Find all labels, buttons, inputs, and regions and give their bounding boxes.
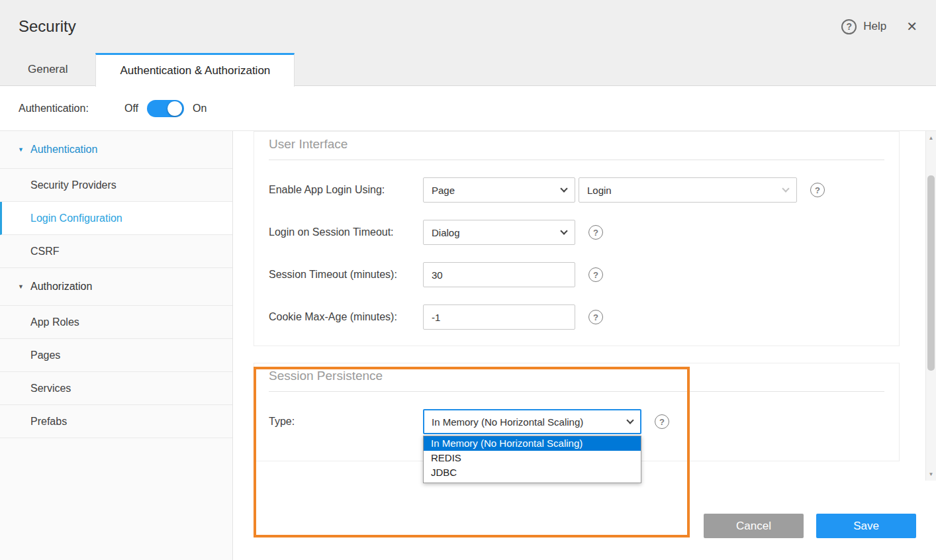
sidebar-group-authorization[interactable]: ▼ Authorization <box>0 268 232 306</box>
sidebar-item-security-providers[interactable]: Security Providers <box>0 169 232 202</box>
help-icon[interactable]: ? <box>588 267 603 282</box>
dialog-header: Security ? Help ✕ <box>0 0 936 53</box>
form-row-login-on-timeout: Login on Session Timeout: Dialog ? <box>269 220 884 245</box>
scrollable-content: User Interface Enable App Login Using: P… <box>233 131 936 481</box>
chevron-down-icon <box>626 416 633 424</box>
sidebar-group-authentication[interactable]: ▼ Authentication <box>0 131 232 169</box>
sidebar-item-label: Pages <box>30 350 60 361</box>
field-label: Enable App Login Using: <box>269 184 423 196</box>
sidebar-item-label: Prefabs <box>30 416 67 428</box>
chevron-down-icon <box>782 185 789 192</box>
sidebar-item-label: App Roles <box>30 316 79 328</box>
toggle-off-label: Off <box>124 103 138 115</box>
sidebar-item-label: CSRF <box>30 246 60 257</box>
form-row-session-timeout: Session Timeout (minutes): ? <box>269 262 884 287</box>
dialog-footer: Cancel Save <box>233 481 936 560</box>
scroll-down-icon[interactable]: ▼ <box>926 469 936 479</box>
authentication-toggle[interactable] <box>147 100 184 117</box>
scroll-up-icon[interactable]: ▲ <box>926 132 936 143</box>
authentication-toggle-row: Authentication: Off On <box>0 86 936 131</box>
caret-down-icon: ▼ <box>18 146 24 153</box>
tab-authentication-authorization[interactable]: Authentication & Authorization <box>95 53 295 87</box>
field-label: Login on Session Timeout: <box>269 226 423 238</box>
scrollbar-thumb[interactable] <box>927 175 935 371</box>
select-value: Page <box>432 185 455 196</box>
help-button[interactable]: Help <box>863 20 886 33</box>
sidebar-item-app-roles[interactable]: App Roles <box>0 306 232 339</box>
authentication-label: Authentication: <box>19 103 124 115</box>
field-label: Cookie Max-Age (minutes): <box>269 311 423 323</box>
session-persistence-section: Session Persistence Type: In Memory (No … <box>254 363 900 461</box>
field-label: Type: <box>269 416 423 428</box>
section-title-user-interface: User Interface <box>269 132 884 160</box>
help-icon[interactable]: ? <box>841 19 857 34</box>
dropdown-option-jdbc[interactable]: JDBC <box>424 465 641 480</box>
tab-general[interactable]: General <box>0 53 95 86</box>
help-icon[interactable]: ? <box>810 183 825 197</box>
main-area: ▼ Authentication Security Providers Logi… <box>0 131 936 560</box>
user-interface-form: Enable App Login Using: Page Login ? Log… <box>269 177 884 330</box>
sidebar-group-label: Authentication <box>30 144 97 156</box>
form-row-cookie-max-age: Cookie Max-Age (minutes): ? <box>269 304 884 330</box>
session-persistence-type-select[interactable]: In Memory (No Horizontal Scaling) <box>423 409 641 434</box>
help-icon[interactable]: ? <box>588 310 603 324</box>
close-icon[interactable]: ✕ <box>906 20 917 33</box>
user-interface-section: User Interface Enable App Login Using: P… <box>254 131 900 346</box>
form-row-type: Type: In Memory (No Horizontal Scaling) … <box>269 409 884 434</box>
toggle-knob-icon <box>167 101 182 116</box>
sidebar-item-label: Login Configuration <box>30 212 122 224</box>
session-persistence-form: Type: In Memory (No Horizontal Scaling) … <box>269 409 884 434</box>
sidebar-item-services[interactable]: Services <box>0 372 232 405</box>
toggle-on-label: On <box>193 103 207 115</box>
caret-down-icon: ▼ <box>18 283 24 290</box>
sidebar-item-prefabs[interactable]: Prefabs <box>0 405 232 438</box>
cookie-max-age-input[interactable] <box>423 304 575 330</box>
sidebar-item-label: Security Providers <box>30 179 117 191</box>
sidebar-item-csrf[interactable]: CSRF <box>0 235 232 268</box>
type-select-dropdown: In Memory (No Horizontal Scaling) REDIS … <box>423 436 641 483</box>
dropdown-option-redis[interactable]: REDIS <box>424 451 641 465</box>
content-area: User Interface Enable App Login Using: P… <box>233 131 936 560</box>
form-row-enable-app-login: Enable App Login Using: Page Login ? <box>269 177 884 203</box>
session-timeout-input[interactable] <box>423 262 575 287</box>
enable-app-login-select[interactable]: Page <box>423 177 575 203</box>
field-label: Session Timeout (minutes): <box>269 269 423 281</box>
tab-bar: General Authentication & Authorization <box>0 53 936 86</box>
select-value: Login <box>587 185 612 196</box>
select-value: In Memory (No Horizontal Scaling) <box>432 416 583 428</box>
sidebar-item-pages[interactable]: Pages <box>0 339 232 372</box>
save-button[interactable]: Save <box>816 514 916 538</box>
sidebar: ▼ Authentication Security Providers Logi… <box>0 131 233 560</box>
login-page-select[interactable]: Login <box>579 177 797 203</box>
sidebar-group-label: Authorization <box>30 281 92 293</box>
login-on-timeout-select[interactable]: Dialog <box>423 220 575 245</box>
select-value: Dialog <box>432 227 460 238</box>
page-title: Security <box>19 17 76 36</box>
help-icon[interactable]: ? <box>655 414 669 429</box>
section-title-session-persistence: Session Persistence <box>269 363 884 392</box>
header-actions: ? Help ✕ <box>841 19 917 34</box>
sidebar-item-label: Services <box>30 383 71 395</box>
type-select-wrapper: In Memory (No Horizontal Scaling) In Mem… <box>423 409 641 434</box>
help-icon[interactable]: ? <box>588 225 603 240</box>
cancel-button[interactable]: Cancel <box>704 514 804 538</box>
chevron-down-icon <box>560 227 567 234</box>
sidebar-item-login-configuration[interactable]: Login Configuration <box>0 202 232 235</box>
chevron-down-icon <box>560 185 567 192</box>
vertical-scrollbar[interactable]: ▲ ▼ <box>925 131 936 481</box>
dropdown-option-in-memory[interactable]: In Memory (No Horizontal Scaling) <box>424 436 641 451</box>
